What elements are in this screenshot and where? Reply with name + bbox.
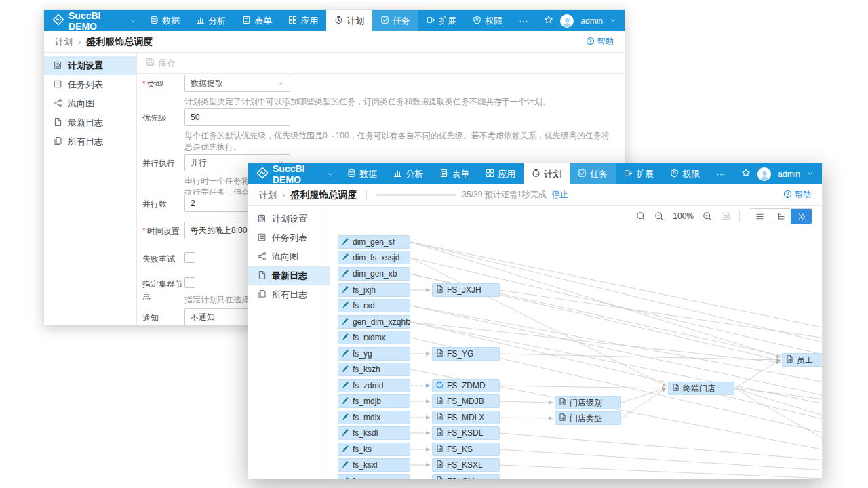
- extract-icon: [341, 348, 350, 359]
- graph-node-FS_KSXL[interactable]: FS_KSXL: [432, 458, 500, 472]
- sidebar-item-all-logs[interactable]: 所有日志: [44, 132, 136, 151]
- nav-tab-task[interactable]: 任务: [372, 10, 418, 31]
- avatar[interactable]: [560, 14, 574, 28]
- graph-node-dim_gen_xb[interactable]: dim_gen_xb: [338, 267, 410, 281]
- nav-tab-more[interactable]: ···: [511, 10, 536, 31]
- graph-node-FS_KS[interactable]: FS_KS: [432, 443, 500, 456]
- nav-tab-form[interactable]: 表单: [431, 163, 477, 184]
- graph-node-终端门店[interactable]: 终端门店: [668, 382, 734, 395]
- extract-icon: [341, 396, 350, 407]
- username[interactable]: admin: [778, 169, 800, 179]
- nav-tab-plan[interactable]: 计划: [326, 10, 372, 31]
- nav-tab-permission[interactable]: 权限: [465, 10, 511, 31]
- retry-failure-checkbox[interactable]: [184, 252, 195, 263]
- graph-node-fs_ksdl[interactable]: fs_ksdl: [338, 426, 410, 440]
- nav-tab-form[interactable]: 表单: [234, 10, 280, 31]
- zoom-out-icon[interactable]: [654, 211, 664, 221]
- graph-node-FS_MDJB[interactable]: FS_MDJB: [432, 394, 500, 408]
- type-select[interactable]: 数据提取: [184, 75, 290, 92]
- help-link[interactable]: 帮助: [783, 189, 811, 201]
- doc-icon: [53, 117, 62, 129]
- graph-node-fs_ks[interactable]: fs_ks: [338, 443, 410, 456]
- help-link[interactable]: 帮助: [586, 36, 614, 47]
- page-title: 盛利服饰总调度: [86, 36, 153, 48]
- nav-tab-extension[interactable]: 扩展: [418, 10, 465, 31]
- nav-tab-analysis[interactable]: 分析: [385, 163, 431, 184]
- nav-tab-extension[interactable]: 扩展: [616, 163, 662, 184]
- nav-tab-plan[interactable]: 计划: [524, 163, 570, 184]
- sidebar-item-plan-settings[interactable]: 计划设置: [248, 209, 330, 228]
- sidebar-item-task-list[interactable]: 任务列表: [248, 228, 330, 247]
- graph-node-FS_MDLX[interactable]: FS_MDLX: [432, 411, 500, 424]
- zoom-in-icon[interactable]: [703, 211, 712, 221]
- graph-node-fs_ksxl[interactable]: fs_ksxl: [338, 458, 410, 472]
- graph-node-fs_yg[interactable]: fs_yg: [338, 347, 410, 361]
- nav-tab-task[interactable]: 任务: [570, 163, 616, 184]
- favorite-star-icon[interactable]: [741, 168, 751, 180]
- breadcrumb-section[interactable]: 计划: [55, 36, 73, 48]
- page-icon: [671, 383, 680, 394]
- app-logo[interactable]: SuccBI DEMO: [52, 10, 136, 31]
- nav-tab-apps[interactable]: 应用: [477, 163, 524, 184]
- save-button[interactable]: 保存: [137, 53, 625, 74]
- user-chevron-down-icon[interactable]: [610, 16, 616, 26]
- sidebar-item-task-list[interactable]: 任务列表: [44, 75, 136, 94]
- flow-view-button[interactable]: [791, 209, 812, 224]
- nav-tab-apps[interactable]: 应用: [280, 10, 326, 31]
- graph-node-dim_gen_sf[interactable]: dim_gen_sf: [338, 235, 410, 249]
- nav-tab-analysis[interactable]: 分析: [188, 10, 234, 31]
- graph-node-FS_ZDMD[interactable]: FS_ZDMD: [432, 379, 500, 392]
- breadcrumb-section[interactable]: 计划: [259, 189, 277, 201]
- sidebar-item-latest-log[interactable]: 最新日志: [44, 113, 136, 132]
- nav-tab-permission[interactable]: 权限: [662, 163, 708, 184]
- stop-button[interactable]: 停止: [551, 189, 568, 201]
- nav-tab-more[interactable]: ···: [708, 163, 733, 184]
- chevron-down-icon: [327, 169, 334, 180]
- graph-node-fs_jxjh[interactable]: fs_jxjh: [338, 283, 410, 297]
- plan-sidebar: 计划设置 任务列表 流向图 最新日志 所有日志: [44, 53, 137, 325]
- list-view-button[interactable]: [749, 209, 770, 224]
- graph-node-fs_kszh[interactable]: fs_kszh: [338, 363, 410, 376]
- extract-icon: [341, 332, 350, 343]
- cluster-node-checkbox[interactable]: [184, 277, 195, 288]
- sidebar-item-flow-diagram[interactable]: 流向图: [248, 247, 330, 266]
- app-logo[interactable]: SuccBI DEMO: [256, 163, 334, 184]
- field-label: 指定集群节点: [142, 274, 184, 306]
- graph-node-gen_dim_xzqhfz[interactable]: gen_dim_xzqhfz: [338, 315, 410, 329]
- priority-input[interactable]: [184, 108, 290, 126]
- graph-node-员工[interactable]: 员工: [782, 353, 822, 367]
- graph-node-FS_JXJH[interactable]: FS_JXJH: [432, 283, 500, 297]
- graph-node-门店级别[interactable]: 门店级别: [555, 396, 621, 409]
- fit-view-icon[interactable]: [721, 211, 730, 221]
- graph-node-fs_rxdmx[interactable]: fs_rxdmx: [338, 331, 410, 344]
- form-icon: [439, 169, 448, 180]
- help-icon: [783, 190, 792, 201]
- user-chevron-down-icon[interactable]: [807, 169, 814, 179]
- nav-tab-data[interactable]: 数据: [142, 10, 188, 31]
- tree-view-button[interactable]: [770, 209, 791, 224]
- graph-node-FS_KSDL[interactable]: FS_KSDL: [432, 426, 500, 440]
- graph-node-FS_YG[interactable]: FS_YG: [432, 347, 500, 361]
- sidebar-item-all-logs[interactable]: 所有日志: [248, 285, 330, 304]
- graph-node-fs_mdlx[interactable]: fs_mdlx: [338, 411, 410, 424]
- graph-node-fs_cm[interactable]: fs_cm: [338, 474, 410, 479]
- username[interactable]: admin: [580, 16, 603, 26]
- sidebar-item-latest-log[interactable]: 最新日志: [248, 266, 330, 285]
- graph-node-dim_fs_xssjd[interactable]: dim_fs_xssjd: [338, 251, 410, 264]
- avatar[interactable]: [757, 167, 771, 181]
- graph-node-门店类型[interactable]: 门店类型: [555, 411, 621, 425]
- graph-node-fs_mdjb[interactable]: fs_mdjb: [338, 394, 410, 408]
- task-icon: [380, 16, 389, 26]
- docs-icon: [53, 136, 62, 148]
- nav-tab-data[interactable]: 数据: [339, 163, 385, 184]
- extension-icon: [624, 169, 633, 180]
- sidebar-item-flow-diagram[interactable]: 流向图: [44, 94, 136, 113]
- sidebar-item-plan-settings[interactable]: 计划设置: [44, 56, 136, 75]
- search-icon[interactable]: [636, 211, 646, 221]
- graph-node-FS_CM[interactable]: FS_CM: [432, 474, 500, 479]
- graph-node-fs_rxd[interactable]: fs_rxd: [338, 299, 410, 312]
- favorite-star-icon[interactable]: [544, 15, 553, 26]
- field-label: 时间设置: [142, 222, 184, 239]
- divider: [739, 211, 740, 222]
- graph-node-fs_zdmd[interactable]: fs_zdmd: [338, 379, 410, 392]
